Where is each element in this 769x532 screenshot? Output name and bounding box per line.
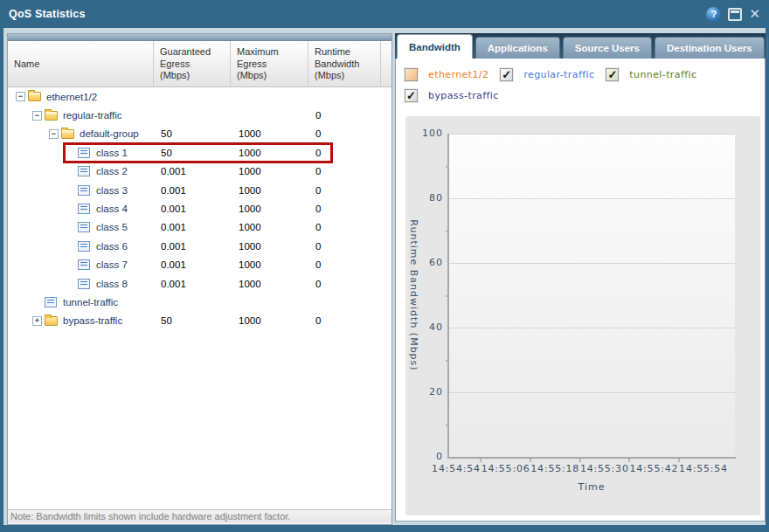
legend-item-ethernet1-2: ethernet1/2 [405, 68, 488, 81]
column-header-maximum[interactable]: Maximum Egress (Mbps) [231, 41, 308, 86]
grid-body: −ethernet1/2−regular-traffic0−default-gr… [8, 87, 391, 509]
expander-slot: − [30, 111, 45, 121]
tree-node-label: ethernet1/2 [44, 92, 97, 102]
tab-source-users[interactable]: Source Users [563, 37, 652, 59]
legend-checkbox-bypass-traffic[interactable]: ✓ [405, 89, 418, 102]
folder-closed-icon [45, 316, 58, 326]
tab-applications[interactable]: Applications [475, 37, 560, 59]
y-tick-label: 0 [405, 451, 443, 462]
legend-item-tunnel-traffic: ✓tunnel-traffic [606, 68, 696, 81]
cell-guaranteed: 0.001 [161, 166, 186, 176]
grid-header: NameGuaranteed Egress (Mbps)Maximum Egre… [8, 41, 391, 87]
y-tick-label: 40 [405, 321, 443, 333]
folder-open-icon [28, 92, 41, 101]
x-tick-label: 14:55:42 [629, 463, 678, 474]
y-minor-tick [446, 166, 449, 168]
tab-bandwidth[interactable]: Bandwidth [397, 34, 473, 59]
legend-checkbox-regular-traffic[interactable]: ✓ [500, 68, 513, 81]
column-header-name[interactable]: Name [8, 41, 154, 86]
collapse-icon[interactable]: − [49, 129, 59, 139]
legend-label: ethernet1/2 [428, 69, 488, 80]
tree-row-bypass-traffic[interactable]: +bypass-traffic5010000 [8, 312, 391, 330]
indent-spacer [8, 227, 63, 228]
indent-spacer [8, 152, 63, 153]
cell-guaranteed: 0.001 [161, 259, 186, 270]
cell-maximum: 1000 [239, 241, 261, 252]
column-header-filler [381, 41, 391, 86]
indent-spacer [8, 301, 30, 302]
x-tick-label: 14:54:54 [432, 463, 481, 474]
cell-guaranteed: 50 [161, 128, 172, 139]
tree-node-label: class 2 [94, 166, 128, 176]
tree-row-tunnel-traffic[interactable]: tunnel-traffic [8, 293, 391, 311]
tree-row-class-6[interactable]: class 60.00110000 [8, 237, 391, 255]
gridline [449, 392, 735, 393]
leaf-icon [78, 241, 90, 252]
x-tick-label: 14:55:54 [679, 463, 728, 474]
cell-maximum: 1000 [239, 185, 261, 196]
leaf-icon [78, 204, 90, 214]
cell-guaranteed: 0.001 [161, 204, 186, 214]
tree-row-default-group[interactable]: −default-group5010000 [8, 125, 391, 143]
collapse-icon[interactable]: − [16, 92, 25, 101]
x-axis-title: Time [578, 481, 606, 493]
tree-node-label: default-group [77, 128, 139, 139]
tree-row-class-3[interactable]: class 30.00110000 [8, 181, 391, 199]
maximize-icon[interactable] [728, 8, 742, 21]
close-icon[interactable]: ✕ [749, 8, 760, 21]
window-title: QoS Statistics [9, 8, 86, 20]
y-tick-label: 60 [405, 257, 443, 268]
y-minor-tick [446, 425, 449, 426]
node-icon-slot [45, 111, 60, 121]
cell-runtime: 0 [315, 241, 321, 252]
cell-runtime: 0 [315, 279, 321, 289]
cell-guaranteed: 50 [161, 315, 172, 326]
help-icon[interactable]: ? [706, 7, 721, 22]
legend-checkbox-tunnel-traffic[interactable]: ✓ [606, 68, 619, 81]
cell-runtime: 0 [315, 110, 321, 121]
grid-top-strip [8, 34, 391, 41]
node-icon-slot [78, 185, 94, 196]
indent-spacer [8, 134, 46, 135]
indent-spacer [8, 190, 63, 190]
plot-area [449, 134, 735, 457]
x-tick-label: 14:55:06 [481, 463, 530, 474]
cell-runtime: 0 [315, 185, 321, 196]
indent-spacer [8, 265, 63, 266]
bandwidth-chart: Runtime Bandwidth (Mbps) Time 1008060402… [405, 116, 760, 515]
legend-checkbox-ethernet1-2[interactable] [405, 68, 418, 81]
expand-icon[interactable]: + [32, 316, 42, 326]
cell-guaranteed: 0.001 [161, 222, 186, 232]
gridline [449, 134, 735, 135]
tab-destination-users[interactable]: Destination Users [655, 37, 765, 59]
tree-row-class-1[interactable]: class 15010000 [8, 143, 391, 162]
column-header-guaranteed[interactable]: Guaranteed Egress (Mbps) [154, 41, 231, 86]
tree-row-ethernet1-2[interactable]: −ethernet1/2 [8, 87, 391, 106]
tree-row-class-7[interactable]: class 70.00110000 [8, 256, 391, 274]
tree-node-label: tunnel-traffic [60, 297, 118, 307]
cell-guaranteed: 0.001 [161, 279, 186, 289]
tree-node-label: class 7 [94, 259, 128, 270]
cell-maximum: 1000 [239, 279, 261, 289]
tree-row-regular-traffic[interactable]: −regular-traffic0 [8, 106, 391, 124]
tree-row-class-8[interactable]: class 80.00110000 [8, 274, 391, 293]
node-icon-slot [61, 129, 77, 139]
tree-row-class-2[interactable]: class 20.00110000 [8, 162, 391, 181]
titlebar-tools: ? ✕ [706, 7, 760, 22]
legend-item-bypass-traffic: ✓bypass-traffic [405, 89, 499, 102]
window-titlebar: QoS Statistics ? ✕ [0, 0, 769, 28]
cell-maximum: 1000 [239, 128, 261, 139]
folder-open-icon [45, 111, 58, 121]
legend-item-regular-traffic: ✓regular-traffic [500, 68, 594, 81]
qos-tree-grid: NameGuaranteed Egress (Mbps)Maximum Egre… [7, 33, 392, 525]
tree-node-label: class 6 [94, 241, 128, 252]
collapse-icon[interactable]: − [32, 111, 42, 121]
tree-row-class-5[interactable]: class 50.00110000 [8, 218, 391, 237]
column-header-runtime[interactable]: Runtime Bandwidth (Mbps) [308, 41, 381, 86]
indent-spacer [8, 283, 63, 284]
tree-node-label: regular-traffic [60, 110, 122, 121]
cell-guaranteed: 0.001 [161, 185, 186, 196]
indent-spacer [8, 209, 63, 210]
x-minor-tick [678, 459, 680, 462]
tree-row-class-4[interactable]: class 40.00110000 [8, 199, 391, 218]
